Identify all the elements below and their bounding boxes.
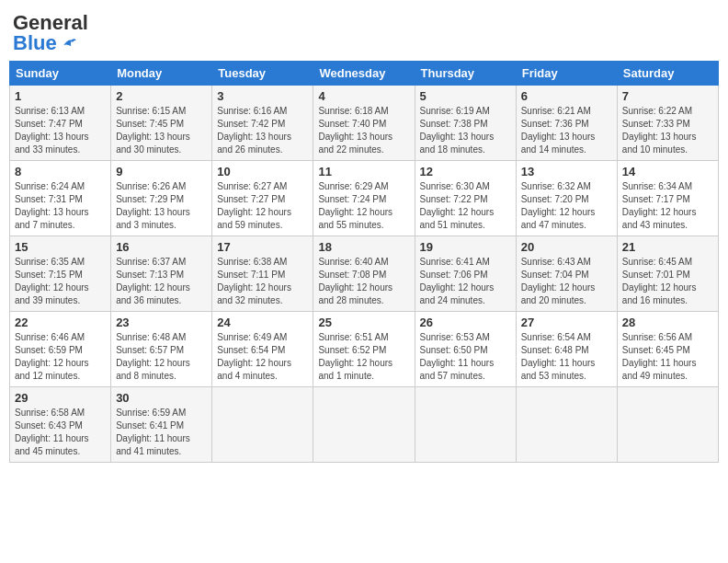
day-info: Sunrise: 6:34 AMSunset: 7:17 PMDaylight:… [622, 181, 697, 230]
calendar-cell: 6 Sunrise: 6:21 AMSunset: 7:36 PMDayligh… [516, 86, 617, 161]
day-info: Sunrise: 6:32 AMSunset: 7:20 PMDaylight:… [521, 181, 596, 230]
calendar-cell: 11 Sunrise: 6:29 AMSunset: 7:24 PMDaylig… [313, 161, 415, 236]
calendar-table: SundayMondayTuesdayWednesdayThursdayFrid… [9, 61, 719, 463]
day-number: 24 [217, 316, 308, 329]
day-number: 23 [116, 316, 207, 329]
day-info: Sunrise: 6:22 AMSunset: 7:33 PMDaylight:… [622, 106, 697, 155]
day-info: Sunrise: 6:37 AMSunset: 7:13 PMDaylight:… [116, 257, 190, 305]
weekday-header-thursday: Thursday [415, 62, 516, 86]
weekday-header-row: SundayMondayTuesdayWednesdayThursdayFrid… [10, 62, 719, 86]
calendar-cell: 29 Sunrise: 6:58 AMSunset: 6:43 PMDaylig… [10, 387, 111, 463]
day-number: 11 [318, 165, 409, 178]
calendar-week-row: 29 Sunrise: 6:58 AMSunset: 6:43 PMDaylig… [10, 387, 719, 463]
day-info: Sunrise: 6:45 AMSunset: 7:01 PMDaylight:… [622, 257, 697, 305]
day-number: 17 [217, 240, 308, 254]
calendar-cell: 5 Sunrise: 6:19 AMSunset: 7:38 PMDayligh… [415, 86, 516, 161]
calendar-week-row: 22 Sunrise: 6:46 AMSunset: 6:59 PMDaylig… [10, 312, 719, 387]
day-info: Sunrise: 6:54 AMSunset: 6:48 PMDaylight:… [521, 332, 596, 381]
calendar-cell: 19 Sunrise: 6:41 AMSunset: 7:06 PMDaylig… [415, 236, 516, 312]
weekday-header-wednesday: Wednesday [313, 62, 415, 86]
calendar-cell: 28 Sunrise: 6:56 AMSunset: 6:45 PMDaylig… [617, 312, 718, 387]
calendar-cell: 15 Sunrise: 6:35 AMSunset: 7:15 PMDaylig… [10, 236, 111, 312]
day-info: Sunrise: 6:58 AMSunset: 6:43 PMDaylight:… [15, 408, 89, 456]
calendar-cell: 23 Sunrise: 6:48 AMSunset: 6:57 PMDaylig… [111, 312, 212, 387]
calendar-cell: 27 Sunrise: 6:54 AMSunset: 6:48 PMDaylig… [516, 312, 617, 387]
weekday-header-tuesday: Tuesday [212, 62, 313, 86]
calendar-cell: 16 Sunrise: 6:37 AMSunset: 7:13 PMDaylig… [111, 236, 212, 312]
logo-general-text: General [13, 13, 88, 33]
day-number: 22 [15, 316, 106, 329]
day-number: 26 [420, 316, 511, 329]
day-number: 28 [622, 316, 713, 329]
day-number: 18 [318, 240, 409, 254]
calendar-cell [313, 387, 415, 463]
day-number: 29 [15, 391, 106, 405]
day-info: Sunrise: 6:38 AMSunset: 7:11 PMDaylight:… [217, 257, 291, 305]
calendar-cell: 13 Sunrise: 6:32 AMSunset: 7:20 PMDaylig… [516, 161, 617, 236]
calendar-cell: 21 Sunrise: 6:45 AMSunset: 7:01 PMDaylig… [617, 236, 718, 312]
day-info: Sunrise: 6:21 AMSunset: 7:36 PMDaylight:… [521, 106, 596, 155]
calendar-cell: 7 Sunrise: 6:22 AMSunset: 7:33 PMDayligh… [617, 86, 718, 161]
calendar-cell: 14 Sunrise: 6:34 AMSunset: 7:17 PMDaylig… [617, 161, 718, 236]
calendar-cell: 18 Sunrise: 6:40 AMSunset: 7:08 PMDaylig… [313, 236, 415, 312]
day-number: 4 [318, 89, 409, 103]
day-info: Sunrise: 6:49 AMSunset: 6:54 PMDaylight:… [217, 332, 291, 381]
calendar-week-row: 1 Sunrise: 6:13 AMSunset: 7:47 PMDayligh… [10, 86, 719, 161]
calendar-cell: 17 Sunrise: 6:38 AMSunset: 7:11 PMDaylig… [212, 236, 313, 312]
header: General Blue [9, 9, 719, 53]
day-number: 27 [521, 316, 612, 329]
day-number: 6 [521, 89, 612, 103]
weekday-header-friday: Friday [516, 62, 617, 86]
day-info: Sunrise: 6:41 AMSunset: 7:06 PMDaylight:… [420, 257, 495, 305]
day-info: Sunrise: 6:29 AMSunset: 7:24 PMDaylight:… [318, 181, 392, 230]
calendar-cell: 30 Sunrise: 6:59 AMSunset: 6:41 PMDaylig… [111, 387, 212, 463]
calendar-cell: 9 Sunrise: 6:26 AMSunset: 7:29 PMDayligh… [111, 161, 212, 236]
calendar-cell: 10 Sunrise: 6:27 AMSunset: 7:27 PMDaylig… [212, 161, 313, 236]
day-info: Sunrise: 6:40 AMSunset: 7:08 PMDaylight:… [318, 257, 392, 305]
day-number: 15 [15, 240, 106, 254]
day-number: 2 [116, 89, 207, 103]
calendar-cell: 3 Sunrise: 6:16 AMSunset: 7:42 PMDayligh… [212, 86, 313, 161]
calendar-week-row: 15 Sunrise: 6:35 AMSunset: 7:15 PMDaylig… [10, 236, 719, 312]
calendar-cell: 26 Sunrise: 6:53 AMSunset: 6:50 PMDaylig… [415, 312, 516, 387]
day-info: Sunrise: 6:24 AMSunset: 7:31 PMDaylight:… [15, 181, 89, 230]
day-number: 13 [521, 165, 612, 178]
day-number: 5 [420, 89, 511, 103]
day-number: 14 [622, 165, 713, 178]
day-number: 8 [15, 165, 106, 178]
logo-blue-text: Blue [13, 33, 77, 53]
day-info: Sunrise: 6:16 AMSunset: 7:42 PMDaylight:… [217, 106, 291, 155]
calendar-cell [516, 387, 617, 463]
day-number: 3 [217, 89, 308, 103]
day-number: 10 [217, 165, 308, 178]
day-info: Sunrise: 6:13 AMSunset: 7:47 PMDaylight:… [15, 106, 89, 155]
day-number: 9 [116, 165, 207, 178]
day-info: Sunrise: 6:59 AMSunset: 6:41 PMDaylight:… [116, 408, 190, 456]
weekday-header-sunday: Sunday [10, 62, 111, 86]
calendar-week-row: 8 Sunrise: 6:24 AMSunset: 7:31 PMDayligh… [10, 161, 719, 236]
day-number: 21 [622, 240, 713, 254]
calendar-cell: 20 Sunrise: 6:43 AMSunset: 7:04 PMDaylig… [516, 236, 617, 312]
day-info: Sunrise: 6:46 AMSunset: 6:59 PMDaylight:… [15, 332, 89, 381]
calendar-cell: 24 Sunrise: 6:49 AMSunset: 6:54 PMDaylig… [212, 312, 313, 387]
day-info: Sunrise: 6:15 AMSunset: 7:45 PMDaylight:… [116, 106, 190, 155]
calendar-cell [617, 387, 718, 463]
weekday-header-saturday: Saturday [617, 62, 718, 86]
day-info: Sunrise: 6:35 AMSunset: 7:15 PMDaylight:… [15, 257, 89, 305]
day-info: Sunrise: 6:19 AMSunset: 7:38 PMDaylight:… [420, 106, 495, 155]
day-info: Sunrise: 6:56 AMSunset: 6:45 PMDaylight:… [622, 332, 697, 381]
day-info: Sunrise: 6:18 AMSunset: 7:40 PMDaylight:… [318, 106, 392, 155]
calendar-cell: 2 Sunrise: 6:15 AMSunset: 7:45 PMDayligh… [111, 86, 212, 161]
calendar-cell: 1 Sunrise: 6:13 AMSunset: 7:47 PMDayligh… [10, 86, 111, 161]
calendar-cell: 4 Sunrise: 6:18 AMSunset: 7:40 PMDayligh… [313, 86, 415, 161]
calendar-cell [212, 387, 313, 463]
day-info: Sunrise: 6:48 AMSunset: 6:57 PMDaylight:… [116, 332, 190, 381]
day-number: 16 [116, 240, 207, 254]
day-info: Sunrise: 6:30 AMSunset: 7:22 PMDaylight:… [420, 181, 495, 230]
day-info: Sunrise: 6:51 AMSunset: 6:52 PMDaylight:… [318, 332, 392, 381]
day-number: 12 [420, 165, 511, 178]
day-info: Sunrise: 6:43 AMSunset: 7:04 PMDaylight:… [521, 257, 596, 305]
day-number: 20 [521, 240, 612, 254]
day-info: Sunrise: 6:53 AMSunset: 6:50 PMDaylight:… [420, 332, 495, 381]
calendar-cell: 12 Sunrise: 6:30 AMSunset: 7:22 PMDaylig… [415, 161, 516, 236]
